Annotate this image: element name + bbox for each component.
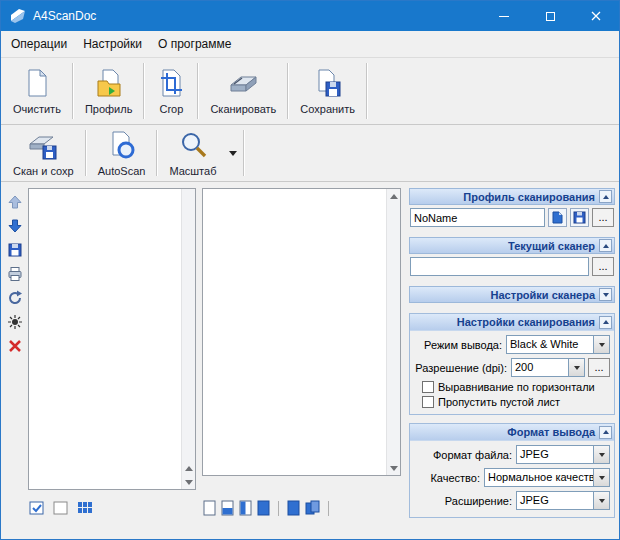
scan-settings-section-header[interactable]: Настройки сканирования	[410, 314, 614, 331]
save-icon	[313, 68, 343, 100]
toolbar-separator	[278, 501, 279, 516]
current-scanner-section-header[interactable]: Текущий сканер	[409, 237, 615, 254]
clear-button[interactable]: Очистить	[4, 65, 70, 117]
page-left-fill-icon	[239, 500, 252, 516]
collapse-button[interactable]	[599, 190, 612, 203]
floppy-icon	[573, 211, 586, 224]
save-page-button[interactable]	[5, 240, 25, 260]
section-title: Формат вывода	[416, 426, 599, 438]
collapse-button[interactable]	[599, 288, 612, 301]
scanner-settings-section-header[interactable]: Настройки сканера	[409, 286, 615, 303]
scan-button[interactable]: Сканировать	[201, 65, 285, 117]
move-down-button[interactable]	[5, 216, 25, 236]
toolbar-separator	[243, 130, 245, 176]
quality-select[interactable]: Нормальное качество	[484, 468, 610, 487]
maximize-button[interactable]	[527, 1, 573, 31]
maximize-icon	[546, 12, 555, 21]
move-up-button[interactable]	[5, 192, 25, 212]
printer-icon	[7, 266, 23, 282]
scroll-up-icon	[185, 466, 193, 471]
collapse-button[interactable]	[599, 316, 612, 329]
profile-load-button[interactable]	[548, 208, 567, 227]
minimize-button[interactable]	[481, 1, 527, 31]
view-single-page-button[interactable]	[203, 500, 216, 516]
view-split-vertical-button[interactable]	[239, 500, 252, 516]
view-full-page-button[interactable]	[257, 500, 270, 516]
brightness-icon	[7, 314, 23, 330]
crop-button[interactable]: Crop	[147, 65, 195, 117]
scroll-up-button[interactable]	[182, 461, 195, 475]
chevron-up-icon	[603, 244, 609, 248]
skip-blank-checkbox[interactable]: Пропустить пустой лист	[422, 396, 610, 408]
scan-and-save-button[interactable]: Скан и сохр	[4, 127, 83, 179]
view-split-horizontal-button[interactable]	[221, 500, 234, 516]
profile-section-header[interactable]: Профиль сканирования	[409, 188, 615, 205]
autoscan-button[interactable]: AutoScan	[89, 127, 155, 179]
deselect-all-button[interactable]	[53, 500, 69, 516]
profile-more-button[interactable]: ...	[592, 208, 614, 227]
output-format-section-header[interactable]: Формат вывода	[410, 424, 614, 441]
toolbar-separator	[72, 63, 74, 119]
select-all-button[interactable]	[29, 500, 45, 516]
collapse-button[interactable]	[599, 426, 612, 439]
page-filled-icon	[257, 500, 270, 516]
side-toolbar	[3, 192, 27, 356]
output-mode-select[interactable]: Black & White	[506, 335, 610, 354]
file-format-value: JPEG	[517, 446, 593, 463]
profile-button[interactable]: Профиль	[76, 65, 142, 117]
menu-settings[interactable]: Настройки	[75, 32, 150, 56]
print-page-button[interactable]	[5, 264, 25, 284]
extension-row: Расширение: JPEG	[412, 491, 610, 510]
collapse-button[interactable]	[599, 239, 612, 252]
align-horizontal-checkbox[interactable]: Выравнивание по горизонтали	[422, 381, 610, 393]
thumbnail-grid-button[interactable]	[77, 500, 93, 516]
rotate-icon	[7, 290, 23, 306]
toolbar-separator	[366, 63, 368, 119]
save-button[interactable]: Сохранить	[291, 65, 364, 117]
menu-operations[interactable]: Операции	[3, 32, 75, 56]
toolbar-secondary: Скан и сохр AutoScan Масштаб	[1, 125, 619, 182]
zoom-button[interactable]: Масштаб	[160, 127, 225, 179]
scroll-down-button[interactable]	[182, 475, 195, 489]
scroll-down-button[interactable]	[387, 461, 400, 475]
page-list-scrollbar[interactable]	[181, 189, 195, 489]
page-list-pane[interactable]	[28, 188, 196, 490]
chevron-up-icon	[603, 430, 609, 434]
resolution-more-button[interactable]: ...	[588, 358, 610, 377]
current-scanner-input[interactable]	[410, 257, 589, 276]
resolution-select[interactable]: 200	[511, 358, 585, 377]
chevron-down-icon	[593, 492, 609, 509]
rotate-page-button[interactable]	[5, 288, 25, 308]
selection-toolbar	[29, 500, 93, 516]
scroll-up-button[interactable]	[387, 189, 400, 203]
delete-page-button[interactable]	[5, 336, 25, 356]
scanner-select-button[interactable]: ...	[592, 257, 614, 276]
toolbar-separator	[85, 130, 87, 176]
scan-save-icon	[28, 130, 58, 162]
extension-select[interactable]: JPEG	[516, 491, 610, 510]
brightness-button[interactable]	[5, 312, 25, 332]
scroll-down-icon	[390, 466, 398, 471]
crop-icon	[156, 68, 186, 100]
zoom-dropdown-button[interactable]	[225, 133, 241, 173]
profile-folder-icon	[94, 68, 124, 100]
preview-scrollbar[interactable]	[386, 189, 400, 475]
close-button[interactable]	[573, 1, 619, 31]
page-outline-icon	[203, 500, 216, 516]
extension-value: JPEG	[517, 492, 593, 509]
profile-name-input[interactable]	[410, 208, 545, 227]
image-preview-pane[interactable]	[202, 188, 401, 476]
close-icon	[591, 11, 601, 21]
profile-row: ...	[410, 208, 614, 227]
prev-page-button[interactable]	[287, 500, 300, 516]
menu-about[interactable]: О программе	[150, 32, 239, 56]
file-format-select[interactable]: JPEG	[516, 445, 610, 464]
output-mode-label: Режим вывода:	[412, 339, 506, 351]
scan-settings-group: Настройки сканирования Режим вывода: Bla…	[409, 313, 615, 415]
next-page-button[interactable]	[305, 500, 320, 516]
crop-button-label: Crop	[159, 103, 183, 115]
toolbar-separator	[287, 63, 289, 119]
scanner-icon	[228, 68, 258, 100]
profile-save-button[interactable]	[570, 208, 589, 227]
settings-panel: Профиль сканирования ... Текущий сканер	[409, 188, 615, 526]
